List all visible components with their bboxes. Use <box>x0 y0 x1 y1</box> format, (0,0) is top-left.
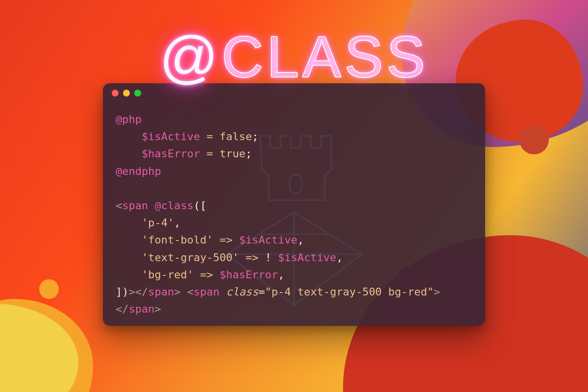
code-window: @php $isActive = false; $hasError = true… <box>103 83 485 326</box>
window-minimize-button[interactable] <box>123 90 130 97</box>
title-word: CLASS <box>221 24 428 89</box>
php-var-haserror: $hasError <box>142 147 200 160</box>
html-attr-class: class <box>226 286 258 298</box>
title-at-symbol: @ <box>159 24 221 89</box>
blade-directive-class: @class <box>154 199 193 212</box>
html-tag-span: span <box>122 199 148 212</box>
code-block: @php $isActive = false; $hasError = true… <box>103 103 485 325</box>
window-close-button[interactable] <box>112 90 119 97</box>
blob-bottom-left-dot <box>39 279 59 299</box>
blade-directive-php: @php <box>116 113 142 125</box>
graphic-title: @CLASS <box>159 24 428 90</box>
window-zoom-button[interactable] <box>134 90 141 97</box>
php-var-isactive: $isActive <box>142 130 200 143</box>
blade-directive-endphp: @endphp <box>116 165 161 177</box>
blob-top-right-dot <box>519 125 549 154</box>
